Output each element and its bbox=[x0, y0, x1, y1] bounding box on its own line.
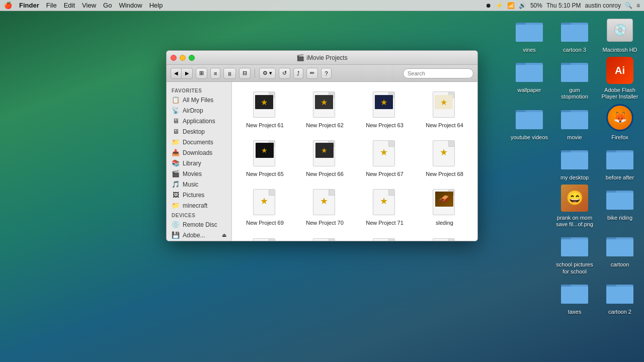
desktop-icon-my-desktop[interactable]: my desktop bbox=[554, 143, 595, 181]
sidebar-item-downloads[interactable]: 📥 Downloads bbox=[167, 147, 231, 158]
eject-adobe-icon[interactable]: ⏏ bbox=[222, 232, 226, 238]
sidebar-item-airdrop[interactable]: 📡 AirDrop bbox=[167, 105, 231, 116]
arrange-button[interactable]: ⚙ ▾ bbox=[259, 68, 276, 79]
sidebar-item-documents[interactable]: 📁 Documents bbox=[167, 137, 231, 147]
file-item-project-72[interactable]: ★ New Project 72 bbox=[297, 234, 353, 241]
cartoon2-label: cartoon 2 bbox=[608, 309, 631, 315]
search-input[interactable] bbox=[403, 68, 473, 78]
file-item-project-64[interactable]: ★ New Project 64 bbox=[417, 87, 472, 132]
airdrop-icon: 📡 bbox=[172, 107, 180, 114]
file-item-project-66[interactable]: ★ New Project 66 bbox=[297, 136, 353, 180]
minimize-button[interactable] bbox=[180, 55, 186, 61]
file-item-project-67[interactable]: ★ New Project 67 bbox=[357, 136, 413, 180]
desktop-icon-cartoon[interactable]: cartoon bbox=[600, 230, 640, 275]
sidebar-item-desktop[interactable]: 🖥 Desktop bbox=[167, 126, 231, 137]
sidebar-item-minecraft[interactable]: 📁 minecraft bbox=[167, 200, 231, 211]
movies-icon: 🎬 bbox=[172, 170, 180, 177]
sidebar-item-remote-disc[interactable]: 💿 Remote Disc bbox=[167, 219, 231, 230]
project-67-label: New Project 67 bbox=[366, 171, 404, 177]
file-item-project-69[interactable]: ★ New Project 69 bbox=[237, 185, 293, 229]
desktop-icon-cartoon3[interactable]: cartoon 3 bbox=[554, 15, 595, 53]
sidebar: FAVORITES 📋 All My Files 📡 AirDrop 🖥 App… bbox=[167, 82, 232, 241]
edit-tags-button[interactable]: ✏ bbox=[306, 68, 318, 79]
desktop-icon-youtube-videos[interactable]: youtube videos bbox=[509, 103, 549, 141]
desktop-icon-gum-stopmotion[interactable]: gum stopmotion bbox=[554, 55, 595, 100]
all-my-files-label: All My Files bbox=[183, 97, 213, 104]
window-toolbar: ◀ ▶ ⊞ ≡ ⫼ ⊟ ⚙ ▾ ↺ ⤴ bbox=[167, 65, 477, 82]
main-content[interactable]: ★ New Project 61 bbox=[232, 82, 477, 241]
file-item-project-65[interactable]: ★ New Project 65 bbox=[237, 136, 293, 180]
column-view-button[interactable]: ⫼ bbox=[223, 68, 236, 79]
file-item-project-63[interactable]: ★ New Project 63 bbox=[357, 87, 413, 132]
list-icon[interactable]: ≡ bbox=[636, 2, 640, 9]
list-view-button[interactable]: ≡ bbox=[210, 68, 220, 79]
file-item-project-71[interactable]: ★ New Project 71 bbox=[357, 185, 413, 229]
share-button[interactable]: ⤴ bbox=[293, 68, 303, 79]
file-item-slowmotion[interactable]: 🎥 slowmotion bbox=[237, 234, 293, 241]
maximize-button[interactable] bbox=[189, 55, 195, 61]
sidebar-item-pictures[interactable]: 🖼 Pictures bbox=[167, 190, 231, 200]
file-item-project-74[interactable]: 🎬 New Project 74 bbox=[417, 234, 472, 241]
applications-label: Applications bbox=[183, 118, 215, 125]
file-item-project-62[interactable]: ★ New Project 62 bbox=[297, 87, 353, 132]
project-71-icon: ★ bbox=[370, 188, 400, 218]
adobe-flash-label: Adobe Flash Player Installer bbox=[601, 87, 639, 100]
airdrop-label: AirDrop bbox=[183, 107, 203, 114]
project-67-icon: ★ bbox=[370, 139, 400, 169]
youtube-videos-folder-icon bbox=[514, 103, 544, 133]
desktop-icon-firefox[interactable]: 🦊 Firefox bbox=[600, 103, 640, 141]
edit-menu[interactable]: Edit bbox=[64, 2, 75, 9]
file-item-project-68[interactable]: ★ New Project 68 bbox=[417, 136, 472, 180]
close-button[interactable] bbox=[171, 55, 177, 61]
desktop-icon-macintosh-hd[interactable]: 💿 Macintosh HD bbox=[600, 15, 640, 53]
desktop-icon-before-after[interactable]: before after bbox=[600, 143, 640, 181]
desktop-icon-taxes[interactable]: taxes bbox=[554, 277, 595, 315]
help-button[interactable]: ? bbox=[321, 68, 331, 79]
desktop-icon-wallpaper[interactable]: wallpaper bbox=[509, 55, 549, 100]
svg-rect-5 bbox=[561, 25, 588, 42]
go-menu[interactable]: Go bbox=[103, 2, 112, 9]
sidebar-item-adobe-device[interactable]: 💾 Adobe... ⏏ bbox=[167, 230, 231, 240]
adobe-flash-icon: Ai bbox=[605, 55, 635, 85]
view-menu[interactable]: View bbox=[82, 2, 96, 9]
desktop-icon-vines[interactable]: vines bbox=[509, 15, 549, 53]
desktop-icon-school-pictures[interactable]: school pictures for school bbox=[554, 230, 595, 275]
forward-button[interactable]: ▶ bbox=[182, 68, 193, 79]
window-menu[interactable]: Window bbox=[119, 2, 142, 9]
minecraft-label: minecraft bbox=[183, 202, 207, 209]
documents-icon: 📁 bbox=[172, 138, 180, 146]
coverflow-view-button[interactable]: ⊟ bbox=[239, 68, 251, 79]
sidebar-item-all-my-files[interactable]: 📋 All My Files bbox=[167, 95, 231, 105]
apple-menu[interactable]: 🍎 bbox=[4, 2, 12, 9]
sidebar-item-library[interactable]: 📚 Library bbox=[167, 158, 231, 168]
desktop-icon-adobe-flash[interactable]: Ai Adobe Flash Player Installer bbox=[600, 55, 640, 100]
project-70-label: New Project 70 bbox=[306, 220, 344, 226]
documents-label: Documents bbox=[183, 139, 213, 146]
sidebar-item-firefox-device[interactable]: 💾 Firefox ⏏ bbox=[167, 240, 231, 241]
taxes-folder-icon bbox=[559, 277, 590, 307]
action-button[interactable]: ↺ bbox=[279, 68, 290, 79]
finder-menu[interactable]: Finder bbox=[19, 2, 39, 9]
project-61-label: New Project 61 bbox=[246, 122, 284, 129]
nav-buttons: ◀ ▶ bbox=[171, 68, 193, 79]
help-menu[interactable]: Help bbox=[149, 2, 163, 9]
file-item-project-70[interactable]: ★ New Project 70 bbox=[297, 185, 353, 229]
desktop-icon-movie[interactable]: movie bbox=[554, 103, 595, 141]
icon-view-button[interactable]: ⊞ bbox=[196, 68, 207, 79]
desktop-icon-bike-riding[interactable]: bike riding bbox=[600, 183, 640, 228]
project-74-icon: 🎬 bbox=[430, 237, 460, 241]
cartoon-label: cartoon bbox=[611, 261, 629, 268]
back-button[interactable]: ◀ bbox=[171, 68, 182, 79]
file-item-project-73[interactable]: 🎬 New Project 73 bbox=[357, 234, 413, 241]
desktop-icon-prank-on-mom[interactable]: 😄 prank on mom save fil...of.png bbox=[554, 183, 595, 228]
file-item-sleding[interactable]: 🛷 sleding bbox=[417, 185, 472, 229]
file-item-project-61[interactable]: ★ New Project 61 bbox=[237, 87, 293, 132]
sidebar-item-music[interactable]: 🎵 Music bbox=[167, 179, 231, 190]
sidebar-item-movies[interactable]: 🎬 Movies bbox=[167, 168, 231, 179]
file-menu[interactable]: File bbox=[46, 2, 57, 9]
search-menubar-icon[interactable]: 🔍 bbox=[625, 2, 632, 9]
desktop-icon-cartoon2[interactable]: cartoon 2 bbox=[600, 277, 640, 315]
desktop-row-3: youtube videos movie 🦊 Firefox bbox=[509, 103, 640, 141]
sidebar-item-applications[interactable]: 🖥 Applications bbox=[167, 116, 231, 126]
gum-stopmotion-label: gum stopmotion bbox=[556, 87, 594, 100]
